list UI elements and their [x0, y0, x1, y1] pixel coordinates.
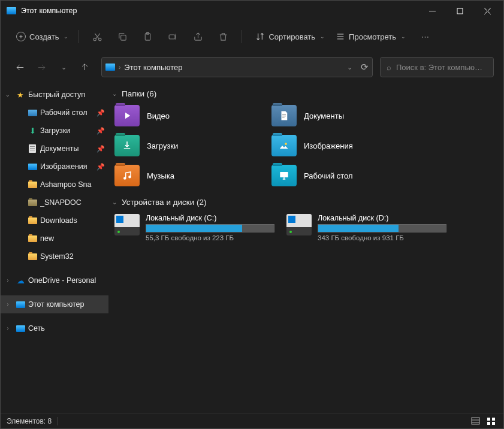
titlebar[interactable]: Этот компьютер	[1, 1, 503, 21]
sidebar-item[interactable]: ⬇Загрузки📌	[13, 122, 108, 140]
sidebar-item-quick-access[interactable]: ⌄ ★ Быстрый доступ	[1, 86, 108, 104]
pin-icon: 📌	[96, 109, 105, 117]
svg-rect-0	[457, 8, 463, 14]
new-label: Создать	[29, 32, 59, 41]
pin-icon: 📌	[96, 145, 105, 153]
content-area: ⌄ Папки (6) ВидеоДокументыЗагрузкиИзобра…	[108, 82, 503, 413]
folder-icon	[271, 165, 297, 186]
sidebar-item-label: new	[40, 234, 105, 243]
folder-icon	[114, 105, 140, 126]
navbar: 🡠 🡢 ⌄ 🡡 › Этот компьютер ⌄ ⟳ ⌕ Поиск в: …	[1, 52, 503, 82]
sidebar-item[interactable]: _SNAPDOC	[13, 194, 108, 212]
share-button[interactable]	[186, 26, 209, 47]
svg-rect-14	[487, 422, 490, 425]
drive-capacity-bar	[146, 224, 274, 232]
more-button[interactable]: ⋯	[414, 26, 437, 47]
chevron-right-icon[interactable]: ›	[3, 277, 13, 283]
view-label: Просмотреть	[349, 32, 396, 41]
minimize-button[interactable]	[418, 1, 446, 21]
folder-label: Рабочий стол	[304, 171, 353, 180]
drive-icon	[114, 214, 140, 235]
folder-icon	[114, 165, 140, 186]
search-icon: ⌕	[387, 63, 391, 72]
sidebar-item[interactable]: new	[13, 229, 108, 247]
network-icon	[15, 325, 26, 332]
cloud-icon: ☁	[15, 276, 26, 285]
sidebar-item[interactable]: Рабочий стол📌	[13, 104, 108, 122]
close-button[interactable]	[473, 1, 501, 21]
chevron-right-icon[interactable]: ›	[3, 301, 13, 307]
folder-item[interactable]: Документы	[269, 103, 419, 128]
sort-label: Сортировать	[268, 32, 315, 41]
chevron-down-icon: ⌄	[64, 34, 68, 40]
chevron-right-icon[interactable]: ›	[3, 325, 13, 331]
sidebar-item-thispc[interactable]: › Этот компьютер	[1, 295, 108, 313]
tiles-view-button[interactable]	[484, 415, 497, 427]
sidebar-item[interactable]: Изображения📌	[13, 158, 108, 176]
chevron-down-icon: ⌄	[112, 199, 117, 206]
thispc-icon	[15, 301, 26, 308]
chevron-down-icon[interactable]: ⌄	[347, 64, 352, 71]
folder-item[interactable]: Изображения	[269, 133, 419, 158]
sidebar-item-label: Загрузки	[40, 126, 94, 135]
drive-item[interactable]: Локальный диск (C:)55,3 ГБ свободно из 2…	[112, 212, 277, 244]
folder-label: Изображения	[304, 141, 353, 150]
back-button[interactable]: 🡠	[10, 58, 29, 77]
chevron-down-icon: ⌄	[320, 34, 325, 40]
folder-icon	[27, 235, 38, 242]
refresh-button[interactable]: ⟳	[361, 62, 369, 72]
folder-item[interactable]: Музыка	[112, 163, 262, 188]
sort-button[interactable]: Сортировать ⌄	[249, 26, 327, 47]
sidebar-item[interactable]: Ashampoo Sna	[13, 176, 108, 194]
statusbar: Элементов: 8	[1, 413, 503, 428]
sidebar-item-label: Ashampoo Sna	[40, 180, 105, 189]
delete-button[interactable]	[212, 26, 234, 47]
folder-item[interactable]: Видео	[112, 103, 262, 128]
folders-group-header[interactable]: ⌄ Папки (6)	[112, 89, 500, 98]
group-label: Папки (6)	[122, 89, 156, 98]
paste-button[interactable]	[136, 26, 159, 47]
sidebar-item[interactable]: System32	[13, 247, 108, 265]
chevron-down-icon[interactable]: ⌄	[3, 92, 13, 98]
drive-subtitle: 55,3 ГБ свободно из 223 ГБ	[146, 234, 274, 241]
sidebar-item[interactable]: Downloads	[13, 212, 108, 229]
sidebar-item[interactable]: Документы📌	[13, 140, 108, 158]
thispc-icon	[7, 7, 16, 14]
sidebar-item-label: Downloads	[40, 216, 105, 225]
group-label: Устройства и диски (2)	[122, 198, 207, 207]
pin-icon: 📌	[96, 163, 105, 171]
svg-rect-13	[492, 418, 495, 421]
folder-label: Документы	[304, 111, 344, 120]
folder-item[interactable]: Рабочий стол	[269, 163, 419, 188]
new-button[interactable]: + Создать ⌄	[10, 26, 71, 47]
rename-button[interactable]	[161, 26, 184, 47]
sidebar-item-network[interactable]: › Сеть	[1, 319, 108, 337]
drives-group-header[interactable]: ⌄ Устройства и диски (2)	[112, 198, 500, 207]
svg-point-1	[93, 38, 96, 40]
maximize-button[interactable]	[446, 1, 473, 21]
sidebar-item-onedrive[interactable]: › ☁ OneDrive - Personal	[1, 271, 108, 289]
folder-icon	[27, 144, 38, 153]
breadcrumb[interactable]: Этот компьютер	[124, 63, 182, 72]
recent-button[interactable]: ⌄	[53, 58, 73, 77]
copy-button[interactable]	[111, 26, 134, 47]
folder-icon	[27, 253, 38, 260]
svg-rect-11	[472, 418, 479, 424]
chevron-down-icon: ⌄	[401, 34, 406, 40]
view-button[interactable]: Просмотреть ⌄	[330, 26, 408, 47]
toolbar: + Создать ⌄ Сортировать ⌄ Просмотреть ⌄ …	[1, 21, 503, 52]
svg-point-9	[128, 176, 131, 179]
details-view-button[interactable]	[469, 415, 482, 427]
up-button[interactable]: 🡡	[75, 58, 94, 77]
drive-item[interactable]: Локальный диск (D:)343 ГБ свободно из 93…	[284, 212, 449, 244]
svg-point-2	[99, 38, 101, 40]
svg-rect-15	[492, 422, 495, 425]
folder-item[interactable]: Загрузки	[112, 133, 262, 158]
search-input[interactable]: ⌕ Поиск в: Этот компью…	[380, 57, 494, 77]
folder-label: Загрузки	[147, 141, 178, 150]
cut-button[interactable]	[86, 26, 108, 47]
chevron-down-icon: ⌄	[112, 90, 117, 97]
address-bar[interactable]: › Этот компьютер ⌄ ⟳	[101, 57, 373, 77]
star-icon: ★	[15, 90, 26, 99]
forward-button[interactable]: 🡢	[32, 58, 51, 77]
